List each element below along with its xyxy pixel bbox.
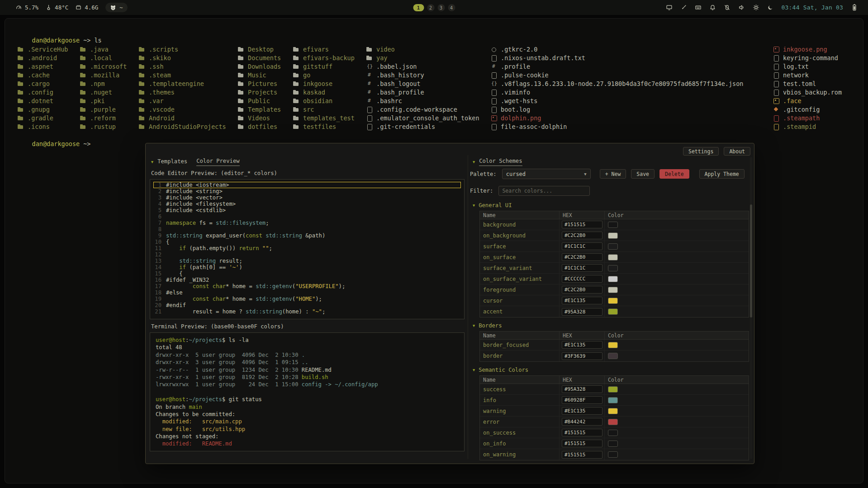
table-row: success#95A328: [480, 384, 749, 395]
color-swatch[interactable]: [608, 408, 618, 414]
color-swatch[interactable]: [608, 232, 618, 239]
color-swatch[interactable]: [608, 265, 618, 271]
hex-input[interactable]: #151515: [562, 221, 602, 228]
color-swatch[interactable]: [608, 353, 618, 359]
workspace-2[interactable]: 2: [427, 4, 434, 11]
thermometer-icon: [45, 4, 52, 11]
file-entry: Public: [237, 96, 281, 105]
brush-icon[interactable]: [680, 4, 687, 11]
topbar-stats: 5.7%48°C4.6G: [15, 4, 98, 11]
section-header[interactable]: ▼General UI: [473, 202, 749, 208]
code-line: 2#include <string>: [153, 188, 461, 194]
workspace-3[interactable]: 3: [437, 4, 445, 11]
hex-input[interactable]: #151515: [562, 440, 602, 447]
search-colors-input[interactable]: [498, 186, 590, 196]
bell-icon[interactable]: [709, 4, 716, 11]
file-name: .dotnet: [28, 97, 53, 104]
folder-icon: [138, 80, 145, 87]
workspace-1[interactable]: 1: [413, 4, 424, 11]
hex-input[interactable]: #E1C135: [562, 297, 602, 304]
hex-input[interactable]: #CCCCCC: [562, 275, 602, 283]
file-entry: yay: [366, 53, 479, 62]
line-number: 16: [153, 277, 166, 283]
delete-button[interactable]: Delete: [659, 169, 689, 179]
folder-icon: [80, 123, 86, 130]
speaker-icon[interactable]: [738, 4, 745, 11]
file-entry: .skiko: [138, 53, 226, 62]
mouse-off-icon[interactable]: [724, 4, 730, 11]
color-swatch[interactable]: [608, 342, 618, 348]
hex-input[interactable]: #151515: [562, 429, 602, 436]
color-table: NameHEXColorbackground#151515on_backgrou…: [479, 211, 749, 317]
hex-input[interactable]: #3F3639: [562, 352, 602, 360]
file-entry: efivars: [293, 45, 355, 53]
hex-input[interactable]: #95A328: [562, 385, 602, 393]
file-name: templates_test: [303, 114, 355, 122]
color-name: accent: [480, 306, 560, 317]
section-header[interactable]: ▼Semantic Colors: [473, 367, 749, 373]
folder-icon: [17, 106, 24, 113]
color-swatch[interactable]: [608, 451, 618, 458]
file-entry: .templateengine: [138, 79, 226, 88]
color-swatch[interactable]: [608, 308, 618, 315]
file-name: Downloads: [248, 63, 281, 70]
hex-input[interactable]: #60928F: [562, 396, 602, 404]
tab-color-preview[interactable]: Color Preview: [196, 158, 239, 166]
color-swatch[interactable]: [608, 441, 618, 447]
about-button[interactable]: About: [724, 147, 750, 156]
file-entry: .git-credentials: [366, 122, 479, 131]
hex-input[interactable]: #1C1C1C: [562, 264, 602, 272]
brightness-icon[interactable]: [753, 4, 759, 11]
stat-module: 5.7%: [15, 4, 38, 11]
color-swatch[interactable]: [608, 243, 618, 250]
hex-input[interactable]: #E1C135: [562, 407, 602, 415]
hex-input[interactable]: #151515: [562, 451, 602, 459]
tab-templates[interactable]: Templates: [157, 158, 187, 166]
hex-input[interactable]: #1C1C1C: [562, 242, 602, 250]
hex-input[interactable]: #E1C135: [562, 341, 602, 349]
code-line: 15 {: [153, 270, 461, 277]
file-entry: .gradle: [17, 114, 68, 122]
hex-input[interactable]: #B44242: [562, 418, 602, 426]
file-name: file-assoc-dolphin: [501, 123, 567, 130]
memory-icon: [75, 4, 82, 11]
code-line: 8: [153, 226, 461, 232]
line-number: 6: [153, 213, 166, 220]
hex-input[interactable]: #C2C2B0: [562, 286, 602, 294]
workspace-4[interactable]: 4: [448, 4, 455, 11]
file-name: Music: [248, 71, 266, 79]
hex-input[interactable]: #95A328: [562, 308, 602, 316]
file-name: vbios_backup.rom: [783, 89, 842, 96]
shell-icon: [366, 89, 373, 95]
tab-color-schemes[interactable]: ▼ Color Schemes: [473, 158, 522, 166]
color-swatch[interactable]: [608, 254, 618, 261]
apply-theme-button[interactable]: Apply Theme: [699, 169, 745, 179]
new-button[interactable]: + New: [600, 169, 626, 179]
code-line: 4#include <filesystem>: [153, 201, 461, 207]
color-swatch[interactable]: [608, 287, 618, 293]
color-swatch[interactable]: [608, 397, 618, 403]
color-swatch[interactable]: [608, 276, 618, 282]
color-swatch[interactable]: [608, 430, 618, 436]
night-light-icon[interactable]: [767, 4, 774, 11]
hex-input[interactable]: #C2C2B0: [562, 232, 602, 239]
display-icon[interactable]: [666, 4, 673, 11]
section-header[interactable]: ▼Borders: [473, 322, 749, 329]
collapse-arrow-icon[interactable]: ▼: [151, 160, 153, 164]
settings-button[interactable]: Settings: [683, 147, 719, 156]
file-entry: obsidian: [293, 96, 355, 105]
color-swatch[interactable]: [608, 419, 618, 425]
palette-select[interactable]: cursed ▼: [502, 169, 591, 179]
table-row: accent#95A328: [480, 306, 749, 317]
file-name: .npm: [90, 80, 105, 87]
workspace-pill[interactable]: ~: [105, 3, 127, 12]
color-swatch[interactable]: [608, 222, 618, 228]
color-swatch[interactable]: [608, 298, 618, 304]
color-swatch[interactable]: [608, 386, 618, 393]
scrollbar-thumb[interactable]: [750, 204, 752, 317]
folder-icon: [80, 80, 86, 87]
save-button[interactable]: Save: [631, 169, 655, 179]
hex-input[interactable]: #C2C2B0: [562, 253, 602, 261]
scrollbar[interactable]: [750, 157, 752, 459]
keyboard-icon[interactable]: [695, 4, 702, 11]
